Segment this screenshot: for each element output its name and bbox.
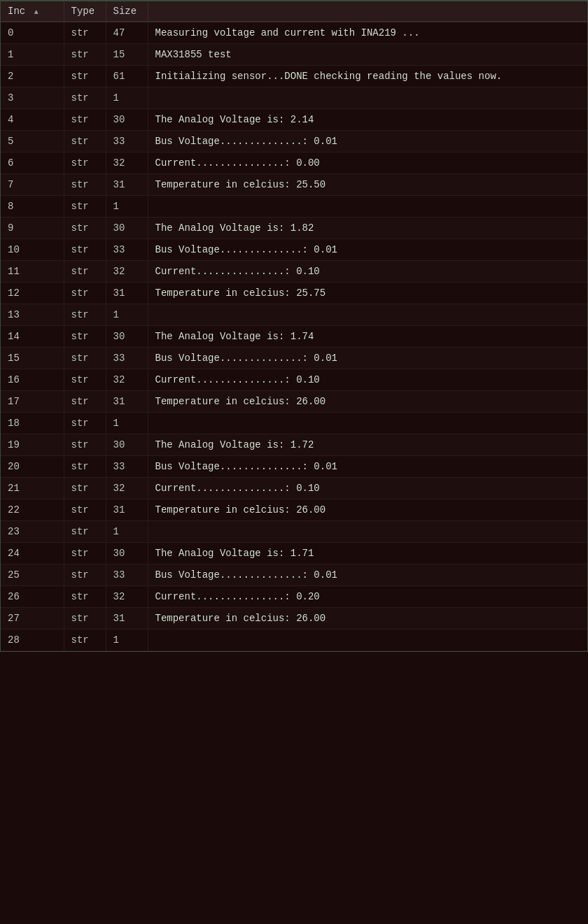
inc-cell: 11 [1,261,64,283]
type-cell: str [64,109,106,131]
type-cell: str [64,87,106,109]
inc-cell: 18 [1,413,64,434]
size-cell: 47 [106,22,148,44]
type-cell: str [64,369,106,391]
inc-cell: 0 [1,22,64,44]
inc-cell: 21 [1,478,64,499]
table-row[interactable]: 26str32Current...............: 0.20 [1,586,588,608]
value-cell [148,87,588,109]
table-row[interactable]: 2str61Initializing sensor...DONE checkin… [1,66,588,87]
table-row[interactable]: 17str31Temperature in celcius: 26.00 [1,391,588,413]
value-cell: Bus Voltage..............: 0.01 [148,456,588,478]
size-cell: 31 [106,283,148,304]
table-row[interactable]: 15str33Bus Voltage..............: 0.01 [1,348,588,369]
inc-cell: 6 [1,152,64,174]
type-cell: str [64,22,106,44]
inc-cell: 20 [1,456,64,478]
type-cell: str [64,131,106,152]
inc-cell: 23 [1,521,64,543]
type-label: Type [71,6,95,17]
table-row[interactable]: 8str1 [1,196,588,218]
table-row[interactable]: 11str32Current...............: 0.10 [1,261,588,283]
value-cell: Bus Voltage..............: 0.01 [148,239,588,261]
size-cell: 30 [106,109,148,131]
type-cell: str [64,196,106,218]
value-cell: Temperature in celcius: 26.00 [148,499,588,521]
value-cell: Temperature in celcius: 26.00 [148,608,588,630]
type-cell: str [64,304,106,326]
table-row[interactable]: 10str33Bus Voltage..............: 0.01 [1,239,588,261]
table-row[interactable]: 0str47Measuring voltage and current with… [1,22,588,44]
table-row[interactable]: 19str30The Analog Voltage is: 1.72 [1,434,588,456]
size-cell: 32 [106,369,148,391]
type-column-header[interactable]: Type [64,1,106,22]
size-cell: 32 [106,152,148,174]
type-cell: str [64,499,106,521]
inc-cell: 7 [1,174,64,196]
table-row[interactable]: 21str32Current...............: 0.10 [1,478,588,499]
value-cell: Initializing sensor...DONE checking read… [148,66,588,87]
type-cell: str [64,239,106,261]
value-cell: Temperature in celcius: 26.00 [148,391,588,413]
value-cell: The Analog Voltage is: 1.71 [148,543,588,564]
table-row[interactable]: 5str33Bus Voltage..............: 0.01 [1,131,588,152]
size-cell: 33 [106,564,148,586]
table-row[interactable]: 28str1 [1,630,588,651]
type-cell: str [64,261,106,283]
value-cell [148,521,588,543]
table-row[interactable]: 23str1 [1,521,588,543]
table-row[interactable]: 4str30The Analog Voltage is: 2.14 [1,109,588,131]
size-column-header[interactable]: Size [106,1,148,22]
inc-cell: 25 [1,564,64,586]
size-cell: 33 [106,348,148,369]
inc-cell: 27 [1,608,64,630]
inc-cell: 12 [1,283,64,304]
value-cell: The Analog Voltage is: 1.72 [148,434,588,456]
size-cell: 31 [106,174,148,196]
inc-cell: 9 [1,218,64,239]
value-cell: Current...............: 0.10 [148,478,588,499]
size-cell: 1 [106,521,148,543]
type-cell: str [64,543,106,564]
table-row[interactable]: 3str1 [1,87,588,109]
type-cell: str [64,391,106,413]
value-cell: Temperature in celcius: 25.75 [148,283,588,304]
inc-cell: 17 [1,391,64,413]
table-row[interactable]: 22str31Temperature in celcius: 26.00 [1,499,588,521]
size-cell: 30 [106,326,148,348]
table-row[interactable]: 16str32Current...............: 0.10 [1,369,588,391]
size-cell: 32 [106,261,148,283]
table-row[interactable]: 6str32Current...............: 0.00 [1,152,588,174]
inc-cell: 28 [1,630,64,651]
table-row[interactable]: 25str33Bus Voltage..............: 0.01 [1,564,588,586]
type-cell: str [64,478,106,499]
table-row[interactable]: 1str15MAX31855 test [1,44,588,66]
table-row[interactable]: 13str1 [1,304,588,326]
value-cell: Temperature in celcius: 25.50 [148,174,588,196]
table-header-row: Inc ▲ Type Size [1,1,588,22]
size-cell: 30 [106,434,148,456]
table-row[interactable]: 7str31Temperature in celcius: 25.50 [1,174,588,196]
table-row[interactable]: 24str30The Analog Voltage is: 1.71 [1,543,588,564]
size-cell: 1 [106,413,148,434]
size-cell: 33 [106,131,148,152]
inc-column-header[interactable]: Inc ▲ [1,1,64,22]
table-row[interactable]: 18str1 [1,413,588,434]
table-row[interactable]: 27str31Temperature in celcius: 26.00 [1,608,588,630]
inc-cell: 4 [1,109,64,131]
type-cell: str [64,44,106,66]
value-column-header [148,1,588,22]
size-cell: 31 [106,499,148,521]
table-row[interactable]: 20str33Bus Voltage..............: 0.01 [1,456,588,478]
size-cell: 15 [106,44,148,66]
inc-cell: 24 [1,543,64,564]
table-row[interactable]: 12str31Temperature in celcius: 25.75 [1,283,588,304]
size-label: Size [113,6,137,17]
size-cell: 30 [106,218,148,239]
table-row[interactable]: 9str30The Analog Voltage is: 1.82 [1,218,588,239]
value-cell: The Analog Voltage is: 1.74 [148,326,588,348]
size-cell: 33 [106,456,148,478]
value-cell: Current...............: 0.20 [148,586,588,608]
table-row[interactable]: 14str30The Analog Voltage is: 1.74 [1,326,588,348]
type-cell: str [64,326,106,348]
